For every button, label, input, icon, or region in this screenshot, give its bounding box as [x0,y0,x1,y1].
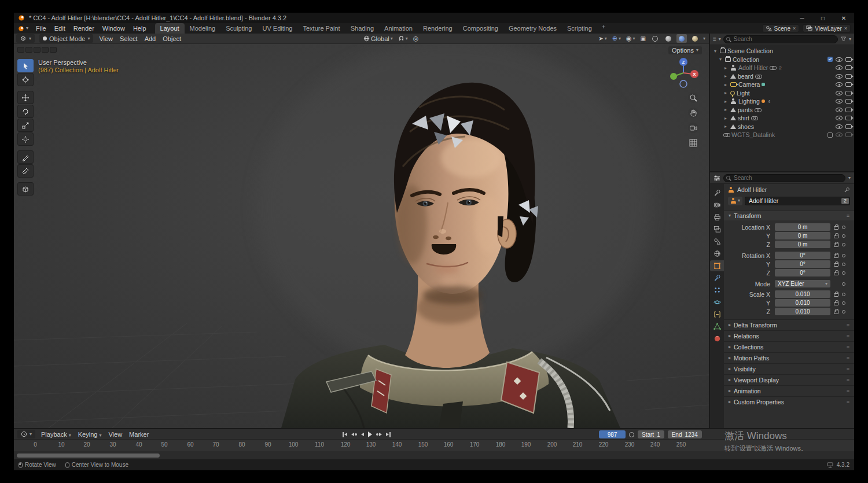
workspace-tab-shading[interactable]: Shading [345,23,379,34]
tab-modifiers[interactable] [710,272,724,283]
workspace-tab-compositing[interactable]: Compositing [458,23,503,34]
viewport-menu-add[interactable]: Add [141,35,160,42]
collection-toggle-5[interactable] [50,47,57,53]
section-relations[interactable]: ▸Relations≡ [724,330,854,341]
tab-material[interactable] [710,333,724,344]
pin-icon[interactable] [844,187,850,193]
rotation-x-field[interactable]: 0° [775,252,830,259]
animate-dot-icon[interactable] [842,310,845,314]
filter-icon[interactable] [840,36,847,42]
outliner-row-adolf-hitler[interactable]: ▸ Adolf Hitler 2 [710,64,854,72]
lock-icon[interactable] [834,311,838,314]
animate-dot-icon[interactable] [842,263,845,266]
properties-search[interactable] [723,174,845,182]
section-custom-properties[interactable]: ▸Custom Properties≡ [724,396,854,407]
object-name-input[interactable] [745,197,850,205]
properties-editor-icon[interactable] [713,175,720,181]
menu-window[interactable]: Window [98,24,129,33]
animate-dot-icon[interactable] [842,254,845,257]
jump-to-start-button[interactable] [341,430,348,438]
panel-grip-icon[interactable]: ≡ [847,355,849,361]
menu-file[interactable]: File [32,24,50,33]
menu-help[interactable]: Help [129,24,150,33]
outliner-search[interactable] [723,35,838,43]
outliner-row-shirt[interactable]: ▸ shirt [710,114,854,123]
lock-icon[interactable] [834,263,838,267]
viewlayer-selector[interactable]: ViewLayer × [803,24,851,32]
tab-constraints[interactable] [710,309,724,320]
workspace-tab-geometry-nodes[interactable]: Geometry Nodes [503,23,562,34]
editor-type-button[interactable]: ▾ [16,34,35,43]
lock-icon[interactable] [834,293,838,297]
xray-toggle[interactable]: ▣ [639,35,647,42]
workspace-tab-texture-paint[interactable]: Texture Paint [297,23,345,34]
auto-keying-icon[interactable] [629,432,634,437]
disclosure-icon[interactable]: ▸ [723,107,729,112]
disable-render-icon[interactable] [845,91,852,95]
exclude-checkbox[interactable] [827,132,833,138]
add-workspace-button[interactable]: + [597,23,610,34]
animate-dot-icon[interactable] [842,226,845,229]
tab-object-data[interactable] [710,321,724,332]
minimize-button[interactable]: ─ [792,13,812,23]
panel-grip-icon[interactable]: ≡ [847,322,849,328]
camera-view-button[interactable] [688,123,698,133]
tool-move[interactable] [17,91,34,104]
disclosure-icon[interactable]: ▸ [723,124,729,129]
hide-viewport-icon[interactable] [836,57,843,62]
panel-grip-icon[interactable]: ≡ [847,377,849,383]
outliner-row-beard[interactable]: ▸ beard [710,72,854,81]
viewport-menu-select[interactable]: Select [116,35,141,42]
shading-material-button[interactable] [676,34,687,43]
animate-dot-icon[interactable] [842,234,845,238]
gizmos-dropdown[interactable]: ⊕ ▾ [611,35,622,42]
hide-viewport-icon[interactable] [836,124,843,129]
tab-tool[interactable] [710,187,724,198]
tool-measure[interactable] [17,164,34,178]
tab-scene[interactable] [710,236,724,247]
shading-solid-button[interactable] [663,34,674,43]
transform-panel-header[interactable]: ▾ Transform ≡ [724,211,854,220]
animate-dot-icon[interactable] [842,293,845,296]
shading-options-chevron-icon[interactable]: ▾ [703,36,705,41]
overlays-dropdown[interactable]: ◉ ▾ [625,35,637,42]
panel-grip-icon[interactable]: ≡ [847,333,849,339]
shading-wireframe-button[interactable] [650,34,660,43]
hide-viewport-icon[interactable] [836,108,843,112]
panel-grip-icon[interactable]: ≡ [847,344,849,350]
location-z-field[interactable]: 0 m [775,241,830,248]
disclosure-icon[interactable]: ▸ [723,65,729,71]
panel-grip-icon[interactable]: ≡ [847,366,849,372]
next-keyframe-button[interactable] [375,430,383,438]
outliner-row-lighting[interactable]: ▸ Lighting 4 [710,97,854,106]
section-motion-paths[interactable]: ▸Motion Paths≡ [724,352,854,363]
lock-icon[interactable] [834,272,838,275]
timeline-menu-keying[interactable]: Keying ▾ [75,431,105,438]
section-animation[interactable]: ▸Animation≡ [724,385,854,396]
disable-render-icon[interactable] [845,74,852,79]
rotation-y-field[interactable]: 0° [775,260,830,268]
disable-render-icon[interactable] [845,124,852,129]
tab-particles[interactable] [710,285,724,296]
outliner-row-light[interactable]: ▸ Light [710,89,854,98]
tab-render[interactable] [710,200,724,211]
workspace-tab-uv-editing[interactable]: UV Editing [257,23,297,34]
tool-scale[interactable] [17,119,34,132]
gizmo-negative-z-axis[interactable] [680,80,687,87]
disclosure-icon[interactable]: ▸ [723,82,729,87]
disable-render-icon[interactable] [845,65,852,70]
location-y-field[interactable]: 0 m [775,232,830,239]
timeline-menu-playback[interactable]: Playback ▾ [38,431,75,438]
tab-world[interactable] [710,248,724,259]
blender-app-menu[interactable]: ▾ [14,25,32,32]
animate-dot-icon[interactable] [842,282,845,286]
tool-cursor[interactable] [17,73,34,86]
hide-viewport-icon[interactable] [836,82,843,87]
mode-dropdown[interactable]: Object Mode ▾ [39,34,93,43]
lock-icon[interactable] [834,226,838,230]
shading-rendered-button[interactable] [690,34,700,43]
timeline-ruler[interactable]: 0 10 20 30 40 50 60 70 80 90 100 110 120… [14,440,854,451]
scale-z-field[interactable]: 0.010 [775,308,830,315]
zoom-button[interactable] [688,93,698,103]
collection-toggle-1[interactable] [17,47,24,53]
